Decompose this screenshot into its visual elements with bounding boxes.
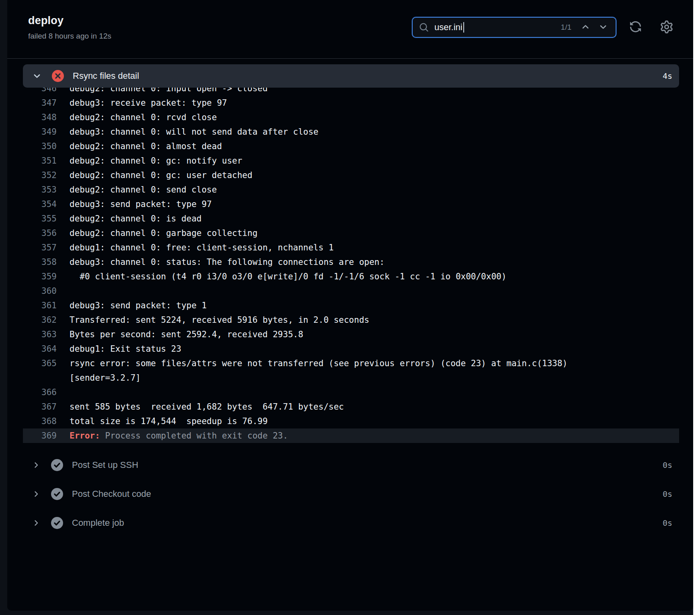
step-duration: 0s bbox=[663, 518, 672, 528]
log-line: 353 debug2: channel 0: send close bbox=[23, 182, 679, 197]
log-line: 359 #0 client-session (t4 r0 i3/0 o3/0 e… bbox=[23, 269, 679, 284]
log-line-number[interactable]: 351 bbox=[23, 154, 57, 168]
log-line-number[interactable]: 369 bbox=[23, 428, 57, 443]
log-line-text: [sender=3.2.7] bbox=[70, 371, 141, 385]
log-line: 347 debug3: receive packet: type 97 bbox=[23, 96, 679, 110]
log-line-number[interactable]: 352 bbox=[23, 168, 57, 182]
log-line-text: #0 client-session (t4 r0 i3/0 o3/0 e[wri… bbox=[70, 269, 506, 284]
step-title: Post Checkout code bbox=[72, 489, 151, 499]
refresh-icon bbox=[629, 20, 642, 34]
job-status-text: failed 8 hours ago in 12s bbox=[28, 32, 111, 41]
chevron-right-icon bbox=[32, 490, 40, 498]
log-line-text: debug3: receive packet: type 97 bbox=[70, 96, 227, 110]
log-line: 354 debug3: send packet: type 97 bbox=[23, 197, 679, 211]
text-caret bbox=[463, 22, 464, 33]
log-line-text: Bytes per second: sent 2592.4, received … bbox=[70, 327, 303, 342]
log-line-number[interactable]: 349 bbox=[23, 125, 57, 139]
log-line: 358 debug3: channel 0: status: The follo… bbox=[23, 255, 679, 269]
step-duration: 4s bbox=[663, 71, 672, 81]
log-line: 360 bbox=[23, 284, 679, 298]
log-line: 369 Error: Process completed with exit c… bbox=[23, 428, 679, 443]
log-line-number[interactable]: 361 bbox=[23, 298, 57, 313]
step-row-complete-job[interactable]: Complete job 0s bbox=[23, 513, 679, 533]
error-label: Error: bbox=[70, 431, 100, 441]
job-title: deploy bbox=[28, 14, 111, 27]
log-line-text: debug2: channel 0: almost dead bbox=[70, 139, 222, 154]
job-log-panel: deploy failed 8 hours ago in 12s user.in… bbox=[7, 0, 693, 611]
log-line-text: debug2: channel 0: is dead bbox=[70, 211, 202, 226]
log-line-text: debug3: channel 0: status: The following… bbox=[70, 255, 385, 269]
check-circle-icon bbox=[51, 459, 63, 471]
refresh-logs-button[interactable] bbox=[629, 20, 642, 34]
chevron-up-icon bbox=[581, 23, 590, 33]
check-circle-icon bbox=[51, 488, 63, 500]
log-line: 357 debug1: channel 0: free: client-sess… bbox=[23, 240, 679, 255]
log-line-text: debug3: send packet: type 1 bbox=[70, 298, 207, 313]
log-lines: 346 debug2: channel 0: input open -> clo… bbox=[23, 81, 679, 443]
step-row-post-set-up-ssh[interactable]: Post Set up SSH 0s bbox=[23, 455, 679, 475]
log-line-text: debug2: channel 0: gc: notify user bbox=[70, 154, 242, 168]
log-line-number[interactable]: 360 bbox=[23, 284, 57, 298]
log-line-number[interactable]: 362 bbox=[23, 313, 57, 327]
x-circle-failed-icon bbox=[52, 70, 64, 82]
log-line-number[interactable]: 357 bbox=[23, 240, 57, 255]
step-row-post-checkout-code[interactable]: Post Checkout code 0s bbox=[23, 484, 679, 504]
log-line: 364 debug1: Exit status 23 bbox=[23, 342, 679, 356]
log-line: 348 debug2: channel 0: rcvd close bbox=[23, 110, 679, 125]
job-header: deploy failed 8 hours ago in 12s user.in… bbox=[7, 0, 693, 59]
search-next-button[interactable] bbox=[597, 21, 609, 34]
chevron-right-icon bbox=[32, 519, 40, 527]
log-line-number[interactable]: 368 bbox=[23, 414, 57, 428]
log-line-number[interactable]: 356 bbox=[23, 226, 57, 240]
log-line-text: debug2: channel 0: send close bbox=[70, 182, 217, 197]
log-line: 368 total size is 174,544 speedup is 76.… bbox=[23, 414, 679, 428]
job-info: deploy failed 8 hours ago in 12s bbox=[28, 14, 111, 41]
log-line-number[interactable]: 367 bbox=[23, 400, 57, 414]
log-line: 367 sent 585 bytes received 1,682 bytes … bbox=[23, 400, 679, 414]
step-header-rsync-files-detail[interactable]: Rsync files detail 4s bbox=[23, 64, 679, 88]
search-match-count: 1/1 bbox=[561, 23, 571, 32]
log-line-text: total size is 174,544 speedup is 76.99 bbox=[70, 414, 268, 428]
chevron-down-icon bbox=[599, 23, 608, 33]
log-line-continuation: [sender=3.2.7] bbox=[23, 371, 679, 385]
error-message: Process completed with exit code 23. bbox=[100, 431, 288, 441]
log-line-text: sent 585 bytes received 1,682 bytes 647.… bbox=[70, 400, 344, 414]
check-circle-icon bbox=[51, 517, 63, 529]
log-line-number[interactable]: 364 bbox=[23, 342, 57, 356]
log-line-number[interactable]: 353 bbox=[23, 182, 57, 197]
log-search-input[interactable]: user.ini 1/1 bbox=[412, 17, 616, 38]
log-line: 351 debug2: channel 0: gc: notify user bbox=[23, 154, 679, 168]
log-line-number[interactable]: 366 bbox=[23, 385, 57, 400]
log-line-number[interactable]: 358 bbox=[23, 255, 57, 269]
log-line-number[interactable]: 365 bbox=[23, 356, 57, 371]
log-line-text: debug1: Exit status 23 bbox=[70, 342, 181, 356]
log-line-number[interactable]: 347 bbox=[23, 96, 57, 110]
log-line-number[interactable]: 354 bbox=[23, 197, 57, 211]
log-line-number[interactable]: 350 bbox=[23, 139, 57, 154]
chevron-down-icon bbox=[33, 72, 41, 80]
log-settings-button[interactable] bbox=[660, 20, 673, 35]
log-line-text: debug3: channel 0: will not send data af… bbox=[70, 125, 319, 139]
log-content: Rsync files detail 4s 346 debug2: channe… bbox=[7, 64, 693, 533]
log-line-text: debug1: channel 0: free: client-session,… bbox=[70, 240, 334, 255]
log-line-number[interactable]: 359 bbox=[23, 269, 57, 284]
step-title: Rsync files detail bbox=[73, 71, 139, 81]
log-line-number[interactable]: 355 bbox=[23, 211, 57, 226]
log-line: 365 rsync error: some files/attrs were n… bbox=[23, 356, 679, 371]
step-duration: 0s bbox=[663, 489, 672, 499]
log-line-text: rsync error: some files/attrs were not t… bbox=[70, 356, 567, 371]
log-line-text: debug2: channel 0: gc: user detached bbox=[70, 168, 252, 182]
collapsed-steps: Post Set up SSH 0s Post Checkout code 0s bbox=[23, 455, 679, 533]
log-line-number[interactable]: 363 bbox=[23, 327, 57, 342]
log-line-text: Error: Process completed with exit code … bbox=[70, 428, 288, 443]
chevron-right-icon bbox=[32, 461, 40, 469]
page-background: deploy failed 8 hours ago in 12s user.in… bbox=[0, 0, 693, 615]
log-line: 355 debug2: channel 0: is dead bbox=[23, 211, 679, 226]
log-line: 366 bbox=[23, 385, 679, 400]
log-line: 362 Transferred: sent 5224, received 591… bbox=[23, 313, 679, 327]
header-controls: user.ini 1/1 bbox=[412, 17, 673, 38]
search-previous-button[interactable] bbox=[579, 21, 592, 34]
search-icon bbox=[419, 23, 429, 32]
log-line-number[interactable]: 348 bbox=[23, 110, 57, 125]
log-line: 352 debug2: channel 0: gc: user detached bbox=[23, 168, 679, 182]
